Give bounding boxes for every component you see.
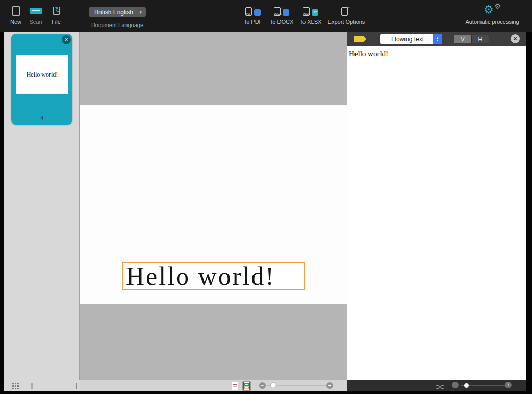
canvas-bottom-bar: − +: [80, 380, 347, 391]
export-arrow-icon: →: [309, 5, 313, 10]
export-arrow-icon: →: [251, 5, 256, 10]
gear-teal-icon: ⚙: [484, 4, 494, 15]
thumbnail-close-button[interactable]: ×: [62, 35, 71, 44]
page-image-view-icon: [231, 382, 239, 390]
file-button-label: File: [52, 19, 61, 25]
to-pdf-button[interactable]: PDF → To PDF: [241, 3, 265, 25]
document-canvas[interactable]: Hello world!: [80, 32, 347, 380]
caret-down-icon: ▾: [437, 39, 438, 42]
orientation-vertical-button[interactable]: V: [454, 35, 471, 43]
zoom-out-icon: −: [261, 383, 264, 388]
xlsx-target-app-icon: 17: [312, 9, 318, 16]
scan-button-label: Scan: [29, 19, 42, 25]
zoom-out-icon: −: [454, 382, 457, 388]
thumbnail-page-preview: Hello world!: [16, 55, 68, 94]
close-icon: ×: [64, 36, 68, 43]
select-stepper-icon: ▴ ▾: [433, 34, 442, 44]
page-image-view-button[interactable]: [231, 381, 239, 390]
scan-button[interactable]: Scan: [27, 3, 45, 25]
canvas-zoom-slider-thumb[interactable]: [271, 383, 276, 388]
fit-width-button[interactable]: [436, 383, 444, 388]
gears-icon: ⚙ ⚙: [484, 4, 501, 18]
app-window: New Scan ↻ File British English ▾ Docume…: [0, 0, 532, 394]
scanner-icon: [30, 8, 42, 14]
pages-bottom-bar: [4, 380, 80, 391]
automatic-processing-button[interactable]: ⚙ ⚙ Automatic processing: [459, 3, 525, 25]
to-pdf-label: To PDF: [244, 19, 263, 25]
document-language-value: British English: [94, 9, 133, 16]
close-icon: ×: [513, 35, 517, 42]
zoom-in-icon: +: [507, 382, 510, 388]
automatic-processing-label: Automatic processing: [465, 19, 519, 25]
pages-panel-resize-handle[interactable]: [72, 383, 77, 389]
new-page-icon: [12, 6, 20, 16]
export-options-button[interactable]: → Export Options: [327, 3, 365, 25]
to-xlsx-label: To XLSX: [300, 19, 322, 25]
text-zoom-in-button[interactable]: +: [505, 382, 512, 388]
text-panel-header: Flowing text ▴ ▾ V H ×: [347, 32, 526, 46]
export-arrow-icon: →: [346, 4, 350, 9]
thumbnail-page-number: 4: [11, 115, 72, 121]
orientation-horizontal-button[interactable]: H: [471, 35, 489, 43]
file-import-arrow-icon: ↻: [55, 6, 61, 13]
new-button[interactable]: New: [7, 3, 24, 25]
page-regions-view-button[interactable]: [242, 381, 251, 391]
new-button-label: New: [10, 19, 21, 25]
to-docx-icon: DOCX →: [274, 6, 289, 16]
file-page-icon: ↻: [53, 7, 60, 15]
grid-view-button[interactable]: [12, 383, 19, 389]
document-text: Hello world!: [126, 262, 275, 290]
text-zoom-out-button[interactable]: −: [452, 382, 459, 388]
canvas-panel-resize-handle[interactable]: [339, 383, 343, 389]
canvas-zoom-out-button[interactable]: −: [259, 382, 266, 389]
text-panel-close-button[interactable]: ×: [511, 34, 520, 43]
gear-gray-icon: ⚙: [494, 3, 501, 10]
to-docx-button[interactable]: DOCX → To DOCX: [269, 3, 294, 25]
export-arrow-icon: →: [280, 5, 284, 10]
thumbnail-text: Hello world!: [27, 71, 58, 79]
page-thumbnail[interactable]: × Hello world! 4: [11, 34, 72, 125]
text-zoom-slider-thumb[interactable]: [464, 383, 469, 388]
main-toolbar: New Scan ↻ File British English ▾ Docume…: [0, 0, 532, 32]
page-regions-view-icon: [243, 382, 250, 390]
text-bottom-bar: − +: [347, 380, 526, 391]
canvas-zoom-slider-track[interactable]: [267, 385, 332, 386]
text-panel: Flowing text ▴ ▾ V H × Hello world!: [347, 32, 526, 380]
to-xlsx-icon: XLSX → 17: [303, 6, 318, 16]
pages-sidebar: × Hello world! 4: [4, 32, 80, 380]
to-xlsx-button[interactable]: XLSX → 17 To XLSX: [298, 3, 323, 25]
pdf-target-app-icon: [254, 9, 261, 16]
fit-width-icon: [436, 385, 444, 389]
detail-view-button[interactable]: [28, 383, 36, 389]
document-language-select[interactable]: British English ▾: [89, 7, 146, 17]
chevron-down-icon: ▾: [139, 10, 142, 15]
document-language-caption: Document Language: [81, 22, 154, 28]
file-button[interactable]: ↻ File: [47, 3, 65, 25]
orientation-segmented-control: V H: [454, 35, 489, 43]
text-selection-box[interactable]: Hello world!: [122, 262, 305, 290]
detail-view-icon: [28, 383, 36, 389]
export-options-icon: →: [341, 6, 351, 16]
canvas-zoom-in-button[interactable]: +: [326, 382, 333, 389]
format-select[interactable]: Flowing text ▴ ▾: [380, 34, 442, 44]
text-format-tag-icon: [354, 36, 366, 42]
zoom-in-icon: +: [328, 383, 332, 388]
recognized-text-area[interactable]: Hello world!: [347, 46, 526, 380]
grid-view-icon: [12, 383, 19, 389]
docx-target-app-icon: [283, 9, 289, 16]
to-pdf-icon: PDF →: [245, 6, 261, 16]
recognized-text: Hello world!: [349, 50, 388, 58]
export-options-label: Export Options: [328, 19, 365, 25]
to-docx-label: To DOCX: [270, 19, 293, 25]
document-page[interactable]: Hello world!: [80, 105, 347, 304]
format-select-value: Flowing text: [380, 36, 433, 43]
